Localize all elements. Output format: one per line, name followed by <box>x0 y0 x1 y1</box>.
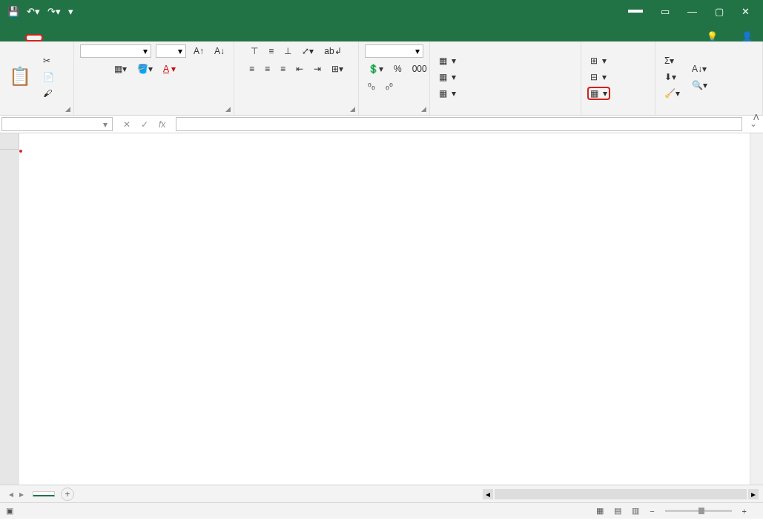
zoom-in-icon[interactable]: + <box>742 507 747 516</box>
login-button[interactable] <box>628 10 643 13</box>
group-font: ▾ ▾ A↑ A↓ ▦▾ 🪣▾ A▾ ◢ <box>74 41 234 115</box>
enter-formula-icon[interactable]: ✓ <box>141 119 148 130</box>
tell-me-icon[interactable]: 💡 <box>707 31 718 41</box>
increase-indent-icon[interactable]: ⇥ <box>311 62 324 76</box>
align-center-icon[interactable]: ≡ <box>262 62 273 76</box>
name-box[interactable]: ▾ <box>1 117 113 131</box>
qat-customize-icon[interactable]: ▾ <box>68 6 73 17</box>
tab-formulas[interactable] <box>79 34 96 41</box>
worksheet-grid <box>0 133 763 485</box>
selection-highlight <box>19 150 22 153</box>
redo-icon[interactable]: ↷▾ <box>47 6 61 17</box>
wrap-text-icon[interactable]: ab↲ <box>321 44 344 58</box>
underline-button[interactable] <box>101 67 107 70</box>
align-top-icon[interactable]: ⊤ <box>248 44 261 58</box>
vertical-scrollbar[interactable] <box>750 133 763 485</box>
sheet-nav-prev-icon[interactable]: ◂ <box>9 489 13 499</box>
bold-button[interactable] <box>80 67 86 70</box>
autosum-icon[interactable]: Σ▾ <box>661 54 683 67</box>
view-page-break-icon[interactable]: ▥ <box>632 506 639 516</box>
ribbon-tabs: 💡 👤 <box>0 22 763 41</box>
percent-icon[interactable]: % <box>391 62 405 76</box>
sheet-nav-next-icon[interactable]: ▸ <box>19 489 24 499</box>
font-color-button[interactable]: A▾ <box>160 62 179 76</box>
fx-icon[interactable]: fx <box>159 119 165 130</box>
view-page-layout-icon[interactable]: ▤ <box>614 506 621 516</box>
decrease-font-icon[interactable]: A↓ <box>211 44 228 58</box>
group-alignment: ⊤ ≡ ⊥ ⤢▾ ab↲ ≡ ≡ ≡ ⇤ ⇥ ⊞▾ ◢ <box>234 41 359 115</box>
select-all-corner[interactable] <box>0 133 19 150</box>
tab-home[interactable] <box>25 34 43 41</box>
tab-review[interactable] <box>114 34 132 41</box>
ribbon-display-icon[interactable]: ▭ <box>661 6 670 17</box>
format-cells-button[interactable]: ▦ ▾ <box>587 87 610 100</box>
merge-center-icon[interactable]: ⊞▾ <box>328 62 346 76</box>
save-icon[interactable]: 💾 <box>7 6 19 17</box>
increase-decimal-icon[interactable]: ⁰₀ <box>365 80 378 93</box>
sheet-tab[interactable] <box>33 491 55 496</box>
titlebar: 💾 ↶▾ ↷▾ ▾ ▭ — ▢ ✕ <box>0 0 763 22</box>
ribbon: 📋 ✂ 📄 🖌 ◢ ▾ ▾ A↑ A↓ ▦▾ 🪣▾ <box>0 41 763 116</box>
maximize-icon[interactable]: ▢ <box>715 6 724 17</box>
tab-insert[interactable] <box>43 34 61 41</box>
share-button[interactable]: 👤 <box>741 31 753 41</box>
minimize-icon[interactable]: — <box>687 6 697 17</box>
sort-filter-icon[interactable]: A↓▾ <box>689 62 710 76</box>
close-icon[interactable]: ✕ <box>741 6 750 17</box>
macro-record-icon[interactable]: ▣ <box>6 506 13 516</box>
group-styles: ▦ ▾ ▦ ▾ ▦ ▾ <box>430 41 581 115</box>
formula-input[interactable] <box>176 117 742 131</box>
tab-file[interactable] <box>7 34 25 41</box>
launcher-icon[interactable]: ◢ <box>65 105 70 113</box>
tab-help[interactable] <box>168 34 185 41</box>
decrease-indent-icon[interactable]: ⇤ <box>293 62 306 76</box>
window-controls: ▭ — ▢ ✕ <box>628 6 763 17</box>
collapse-ribbon-icon[interactable]: ᐱ <box>753 113 759 122</box>
font-name-dropdown[interactable]: ▾ <box>80 44 151 58</box>
currency-icon[interactable]: 💲▾ <box>365 62 386 76</box>
borders-button[interactable]: ▦▾ <box>111 62 130 76</box>
row-headers <box>0 133 19 485</box>
group-clipboard: 📋 ✂ 📄 🖌 ◢ <box>0 41 74 115</box>
cancel-formula-icon[interactable]: ✕ <box>123 119 131 130</box>
align-middle-icon[interactable]: ≡ <box>265 44 277 58</box>
cut-icon[interactable]: ✂ <box>40 54 57 67</box>
tab-data[interactable] <box>96 34 114 41</box>
view-normal-icon[interactable]: ▦ <box>596 506 604 516</box>
launcher-icon[interactable]: ◢ <box>350 105 355 113</box>
format-painter-icon[interactable]: 🖌 <box>40 87 57 100</box>
insert-cells-button[interactable]: ⊞ ▾ <box>587 54 610 67</box>
tab-view[interactable] <box>132 34 150 41</box>
launcher-icon[interactable]: ◢ <box>421 105 426 113</box>
launcher-icon[interactable]: ◢ <box>225 105 231 113</box>
zoom-out-icon[interactable]: − <box>650 507 654 516</box>
add-sheet-button[interactable]: + <box>61 488 74 501</box>
copy-icon[interactable]: 📄 <box>40 70 57 84</box>
clear-icon[interactable]: 🧹▾ <box>661 87 683 100</box>
orientation-icon[interactable]: ⤢▾ <box>299 44 317 58</box>
fill-color-button[interactable]: 🪣▾ <box>134 62 156 76</box>
group-label-alignment: ◢ <box>234 113 358 115</box>
decrease-decimal-icon[interactable]: ₀⁰ <box>383 80 396 93</box>
delete-cells-button[interactable]: ⊟ ▾ <box>587 70 610 84</box>
tab-developer[interactable] <box>150 34 168 41</box>
paste-button[interactable]: 📋 <box>6 63 34 91</box>
undo-icon[interactable]: ↶▾ <box>27 6 40 17</box>
thousands-icon[interactable]: 000 <box>409 62 430 76</box>
group-editing: Σ▾ ⬇▾ 🧹▾ A↓▾ 🔍▾ ᐱ <box>655 41 763 115</box>
fill-icon[interactable]: ⬇▾ <box>661 70 683 84</box>
number-format-dropdown[interactable]: ▾ <box>365 44 423 58</box>
tab-page-layout[interactable] <box>61 34 79 41</box>
italic-button[interactable] <box>90 67 96 70</box>
zoom-slider[interactable] <box>665 510 732 512</box>
align-bottom-icon[interactable]: ⊥ <box>281 44 294 58</box>
increase-font-icon[interactable]: A↑ <box>191 44 207 58</box>
format-as-table-button[interactable]: ▦ ▾ <box>436 70 459 84</box>
font-size-dropdown[interactable]: ▾ <box>156 44 186 58</box>
align-left-icon[interactable]: ≡ <box>246 62 257 76</box>
find-select-icon[interactable]: 🔍▾ <box>689 79 710 92</box>
horizontal-scrollbar[interactable]: ◂ ▸ <box>74 489 763 499</box>
align-right-icon[interactable]: ≡ <box>277 62 288 76</box>
cell-styles-button[interactable]: ▦ ▾ <box>436 87 459 100</box>
conditional-formatting-button[interactable]: ▦ ▾ <box>436 54 459 67</box>
